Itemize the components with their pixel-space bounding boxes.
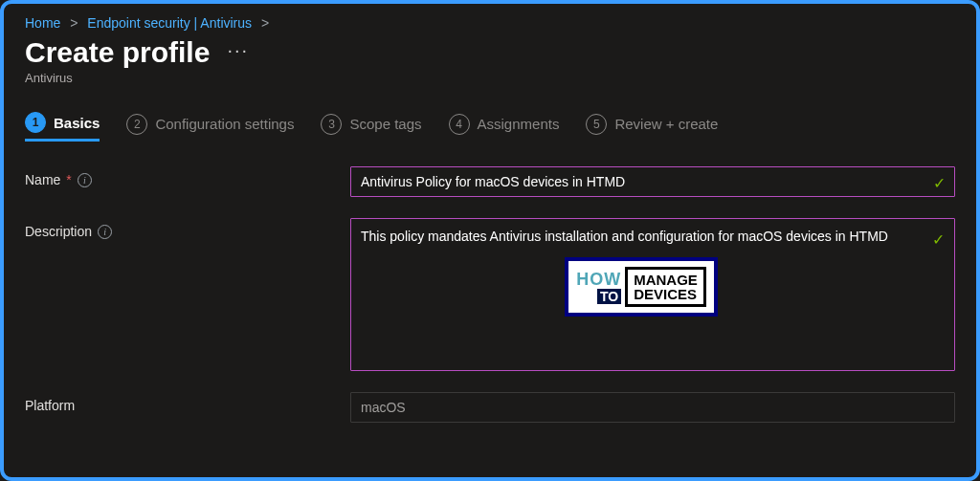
description-input[interactable]: This policy mandates Antivirus installat… — [350, 218, 955, 371]
tab-label: Configuration settings — [155, 116, 294, 132]
name-label: Name — [25, 172, 60, 187]
page-subtitle: Antivirus — [25, 71, 955, 85]
step-number-icon: 2 — [126, 114, 147, 135]
tab-configuration-settings[interactable]: 2 Configuration settings — [126, 114, 294, 141]
step-number-icon: 4 — [449, 114, 470, 135]
chevron-right-icon: > — [261, 15, 269, 31]
tab-label: Review + create — [614, 116, 718, 132]
name-input[interactable]: Antivirus Policy for macOS devices in HT… — [350, 166, 955, 197]
more-icon[interactable]: ··· — [227, 39, 249, 61]
step-number-icon: 1 — [25, 112, 46, 133]
platform-field: macOS — [350, 392, 955, 423]
required-asterisk-icon: * — [66, 172, 71, 187]
wizard-tabs: 1 Basics 2 Configuration settings 3 Scop… — [25, 112, 955, 142]
tab-assignments[interactable]: 4 Assignments — [449, 114, 560, 141]
tab-scope-tags[interactable]: 3 Scope tags — [321, 114, 421, 141]
logo-text: TO — [597, 289, 621, 304]
page-title: Create profile — [25, 36, 210, 69]
tab-label: Scope tags — [349, 116, 421, 132]
tab-basics[interactable]: 1 Basics — [25, 112, 100, 142]
step-number-icon: 5 — [586, 114, 607, 135]
htmd-logo: HOW TO MANAGE DEVICES — [565, 257, 718, 317]
logo-text: HOW — [576, 271, 621, 288]
description-text: This policy mandates Antivirus installat… — [361, 229, 888, 244]
chevron-right-icon: > — [70, 15, 78, 31]
check-icon: ✓ — [932, 229, 945, 251]
breadcrumb-home[interactable]: Home — [25, 15, 60, 31]
tab-review-create[interactable]: 5 Review + create — [586, 114, 718, 141]
tab-label: Basics — [54, 115, 100, 131]
tab-label: Assignments — [478, 116, 560, 132]
info-icon[interactable]: i — [98, 225, 112, 239]
logo-text: DEVICES — [634, 286, 697, 302]
info-icon[interactable]: i — [78, 173, 92, 187]
breadcrumb: Home > Endpoint security | Antivirus > — [25, 15, 955, 31]
step-number-icon: 3 — [321, 114, 342, 135]
platform-label: Platform — [25, 398, 75, 413]
breadcrumb-endpoint-security[interactable]: Endpoint security | Antivirus — [87, 15, 252, 31]
description-label: Description — [25, 224, 92, 239]
